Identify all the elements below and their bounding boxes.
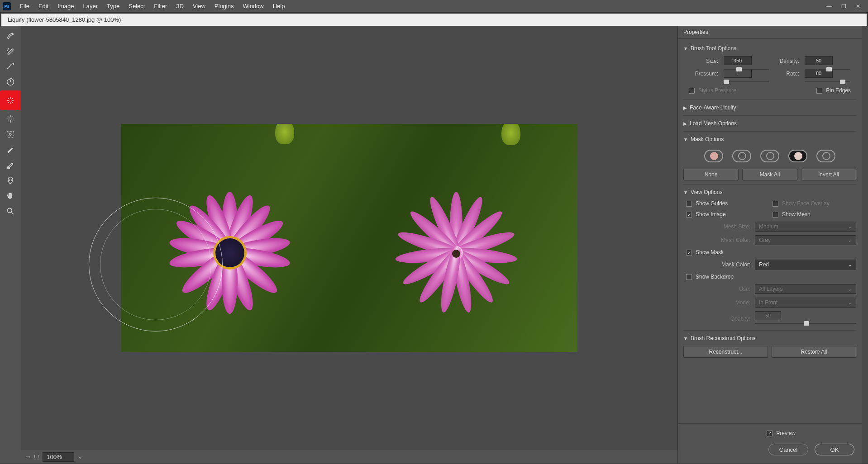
- show-image-checkbox[interactable]: Show Image: [683, 209, 770, 220]
- use-row: Use:All Layers⌄: [683, 282, 856, 296]
- mask-invert-icon[interactable]: [816, 150, 835, 162]
- mask-add-icon[interactable]: [732, 150, 751, 162]
- expand-icon: ▶: [683, 105, 687, 110]
- face-aware-header[interactable]: ▶Face-Aware Liquify: [683, 102, 856, 114]
- menu-filter[interactable]: Filter: [149, 3, 172, 9]
- maximize-button[interactable]: ❐: [836, 1, 851, 11]
- menu-select[interactable]: Select: [124, 3, 149, 9]
- mask-intersect-icon[interactable]: [788, 150, 807, 162]
- preview-checkbox[interactable]: [767, 431, 773, 436]
- show-guides-checkbox[interactable]: Show Guides: [683, 198, 770, 209]
- chevron-down-icon: ⌄: [848, 237, 852, 243]
- canvas-area: ▭ ⬚ ⌄: [21, 26, 677, 464]
- thaw-mask-tool-icon[interactable]: [4, 160, 17, 170]
- image-preview: [121, 124, 577, 352]
- menu-edit[interactable]: Edit: [34, 3, 53, 9]
- density-input[interactable]: [805, 56, 833, 65]
- brush-reconstruct-section: ▼Brush Reconstruct Options Reconstruct..…: [683, 331, 856, 361]
- canvas[interactable]: [21, 26, 677, 450]
- flower-right: [388, 187, 524, 323]
- load-mesh-section: ▶Load Mesh Options: [683, 116, 856, 132]
- hand-tool-icon[interactable]: [4, 190, 17, 201]
- zoom-tool-icon[interactable]: [4, 206, 17, 217]
- preview-label: Preview: [776, 430, 796, 436]
- ok-button[interactable]: OK: [815, 444, 854, 455]
- mask-subtract-icon[interactable]: [760, 150, 779, 162]
- mask-options-header[interactable]: ▼Mask Options: [683, 133, 856, 145]
- minimize-button[interactable]: —: [822, 1, 836, 11]
- svg-point-5: [9, 180, 10, 180]
- collapse-icon: ▼: [683, 190, 688, 195]
- mask-all-button[interactable]: Mask All: [742, 169, 797, 180]
- push-left-tool-icon[interactable]: [4, 129, 17, 140]
- panel-body: ▼Brush Tool Options Size: Density: Press…: [678, 39, 862, 423]
- svg-point-2: [9, 118, 12, 121]
- show-mask-checkbox[interactable]: Show Mask: [683, 247, 856, 258]
- mask-replace-icon[interactable]: [704, 150, 723, 162]
- use-dropdown: All Layers⌄: [755, 284, 856, 294]
- reconstruct-tool-icon[interactable]: [4, 46, 17, 57]
- menu-view[interactable]: View: [188, 3, 210, 9]
- smooth-tool-icon[interactable]: [4, 61, 17, 72]
- pucker-tool-icon[interactable]: [1, 92, 20, 109]
- flower-left: [162, 187, 298, 323]
- show-mesh-checkbox[interactable]: Show Mesh: [770, 209, 856, 220]
- workspace: ▭ ⬚ ⌄ Properties ▼Brush Tool Options Siz…: [0, 26, 868, 464]
- show-backdrop-checkbox[interactable]: Show Backdrop: [683, 271, 856, 282]
- mode-dropdown: In Front⌄: [755, 298, 856, 308]
- menu-file[interactable]: File: [15, 3, 34, 9]
- liquify-toolbar: [0, 26, 21, 464]
- pin-edges-checkbox[interactable]: Pin Edges: [814, 85, 854, 96]
- svg-point-7: [7, 208, 12, 213]
- menu-plugins[interactable]: Plugins: [210, 3, 238, 9]
- freeze-mask-tool-icon[interactable]: [4, 144, 17, 155]
- mesh-size-dropdown: Medium⌄: [755, 222, 856, 232]
- properties-panel: Properties ▼Brush Tool Options Size: Den…: [677, 26, 862, 464]
- load-mesh-header[interactable]: ▶Load Mesh Options: [683, 118, 856, 129]
- document-title: Liquify (flower-5805840_1280.jpg @ 100%): [1, 14, 867, 26]
- menu-window[interactable]: Window: [238, 3, 268, 9]
- size-input[interactable]: [724, 56, 752, 65]
- menu-help[interactable]: Help: [268, 3, 290, 9]
- view-options-header[interactable]: ▼View Options: [683, 186, 856, 198]
- bloat-tool-icon[interactable]: [4, 114, 17, 124]
- svg-rect-4: [7, 167, 10, 169]
- view-options-section: ▼View Options Show Guides Show Face Over…: [683, 185, 856, 331]
- svg-point-6: [11, 180, 12, 180]
- chevron-down-icon: ⌄: [848, 261, 852, 268]
- menu-image[interactable]: Image: [53, 3, 78, 9]
- svg-point-0: [8, 48, 9, 49]
- mask-color-dropdown[interactable]: Red⌄: [755, 260, 856, 270]
- invert-all-button[interactable]: Invert All: [801, 169, 856, 180]
- menu-type[interactable]: Type: [102, 3, 124, 9]
- opacity-slider: [755, 320, 856, 327]
- chevron-down-icon: ⌄: [848, 223, 852, 230]
- cancel-button[interactable]: Cancel: [768, 444, 808, 455]
- panel-title: Properties: [678, 26, 862, 39]
- svg-point-1: [7, 50, 8, 51]
- mode-row: Mode:In Front⌄: [683, 296, 856, 309]
- menu-3d[interactable]: 3D: [172, 3, 188, 9]
- face-tool-icon[interactable]: [4, 175, 17, 186]
- fill-icon[interactable]: ⬚: [34, 454, 39, 460]
- brush-reconstruct-header[interactable]: ▼Brush Reconstruct Options: [683, 332, 856, 344]
- svg-rect-3: [7, 131, 14, 137]
- twirl-tool-icon[interactable]: [4, 76, 17, 87]
- menu-layer[interactable]: Layer: [79, 3, 103, 9]
- menubar: Ps File Edit Image Layer Type Select Fil…: [0, 0, 868, 12]
- restore-all-button[interactable]: Restore All: [772, 346, 856, 358]
- zoom-dropdown-icon[interactable]: ⌄: [78, 454, 82, 460]
- collapse-icon: ▼: [683, 46, 688, 51]
- fit-icon[interactable]: ▭: [25, 454, 30, 460]
- stylus-pressure-checkbox: Stylus Pressure: [686, 85, 739, 96]
- mesh-size-row: Mesh Size:Medium⌄: [683, 220, 856, 233]
- panel-scrollbar[interactable]: [862, 26, 868, 464]
- mask-none-button[interactable]: None: [683, 169, 739, 180]
- reconstruct-button[interactable]: Reconstruct...: [683, 346, 768, 358]
- size-label: Size:: [690, 58, 718, 64]
- collapse-icon: ▼: [683, 137, 688, 142]
- zoom-input[interactable]: [43, 452, 74, 462]
- brush-tool-header[interactable]: ▼Brush Tool Options: [683, 43, 856, 54]
- close-button[interactable]: ✕: [851, 1, 865, 11]
- forward-warp-tool-icon[interactable]: [4, 30, 17, 41]
